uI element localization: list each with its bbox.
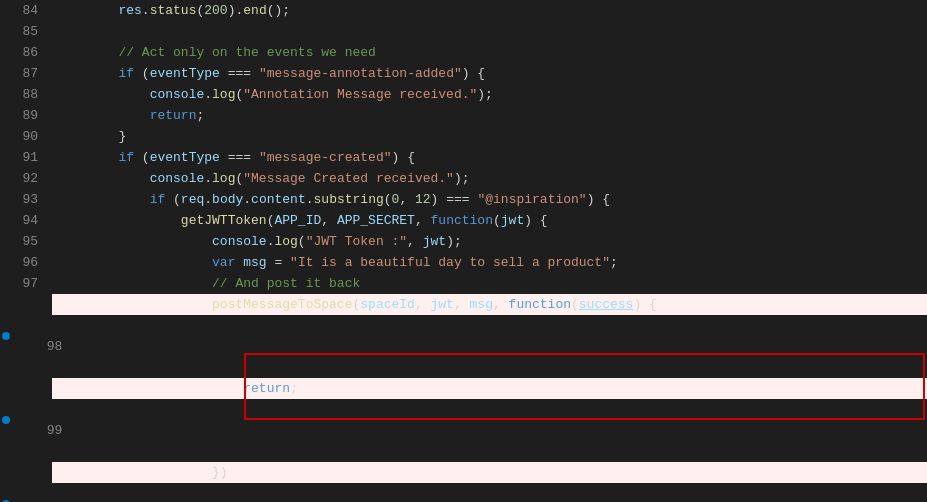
code-line-99: 99 return; xyxy=(0,378,927,462)
code-line-90: 90 } xyxy=(0,126,927,147)
code-line-94: 94 getJWTToken(APP_ID, APP_SECRET, funct… xyxy=(0,210,927,231)
code-editor: 84 res.status(200).end(); 85 86 // Act o… xyxy=(0,0,927,502)
code-line-87: 87 if (eventType === "message-annotation… xyxy=(0,63,927,84)
code-line-93: 93 if (req.body.content.substring(0, 12)… xyxy=(0,189,927,210)
code-line-91: 91 if (eventType === "message-created") … xyxy=(0,147,927,168)
code-line-89: 89 return; xyxy=(0,105,927,126)
code-line-84: 84 res.status(200).end(); xyxy=(0,0,927,21)
code-line-92: 92 console.log("Message Created received… xyxy=(0,168,927,189)
code-line-88: 88 console.log("Annotation Message recei… xyxy=(0,84,927,105)
code-line-86: 86 // Act only on the events we need xyxy=(0,42,927,63)
code-line-100: 100 }) xyxy=(0,462,927,502)
code-line-95: 95 console.log("JWT Token :", jwt); xyxy=(0,231,927,252)
code-line-85: 85 xyxy=(0,21,927,42)
code-line-98: 98 postMessageToSpace(spaceId, jwt, msg,… xyxy=(0,294,927,378)
code-line-97: 97 // And post it back xyxy=(0,273,927,294)
code-line-96: 96 var msg = "It is a beautiful day to s… xyxy=(0,252,927,273)
